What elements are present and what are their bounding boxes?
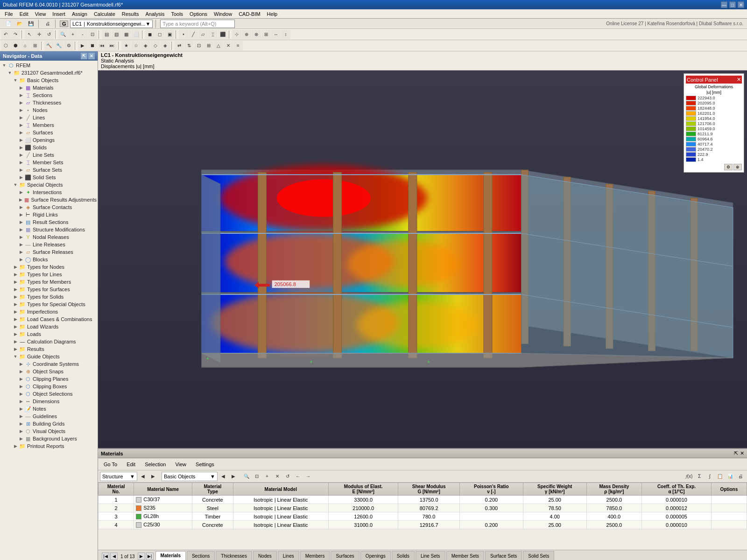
nav-basic-objects[interactable]: ▼ 📁 Basic Objects	[0, 77, 98, 84]
nav-visual-objects[interactable]: ▶ ⬡ Visual Objects	[0, 427, 98, 435]
nav-openings[interactable]: ▶ ⬜ Openings	[0, 136, 98, 144]
bt-fx1[interactable]: 𝑓(x)	[684, 472, 694, 481]
tb1-view3[interactable]: ▦	[121, 30, 131, 39]
nav-blocks[interactable]: ▶ ◯ Blocks	[0, 256, 98, 263]
tb2-10[interactable]: ⏮	[98, 41, 107, 50]
tb2-1[interactable]: ⬡	[1, 41, 10, 50]
menu-item-options[interactable]: Options	[187, 10, 210, 18]
nav-surface-contacts[interactable]: ▶ ◈ Surface Contacts	[0, 203, 98, 211]
nav-clipping-planes[interactable]: ▶ ⬡ Clipping Planes	[0, 375, 98, 383]
bt-search[interactable]: 🔍	[242, 472, 251, 481]
bt-export[interactable]: 📊	[726, 472, 735, 481]
nav-results[interactable]: ▶ 📁 Results	[0, 345, 98, 353]
page-first[interactable]: |◀	[102, 553, 109, 560]
page-last[interactable]: ▶|	[146, 553, 154, 560]
tb2-13[interactable]: ☆	[131, 41, 141, 50]
bt-arrow-left[interactable]: ←	[293, 472, 303, 481]
nav-background-layers[interactable]: ▶ ▦ Background Layers	[0, 435, 98, 442]
tab-members[interactable]: Members	[300, 551, 330, 560]
bp-menu-selection[interactable]: Selection	[141, 461, 169, 468]
tb1-redo[interactable]: ↷	[11, 30, 20, 39]
tab-thicknesses[interactable]: Thicknesses	[216, 551, 252, 560]
print-btn[interactable]: 🖨	[43, 19, 52, 28]
tb1-snap3[interactable]: ⊗	[252, 30, 261, 39]
tb1-node[interactable]: •	[179, 30, 188, 39]
nav-surfaces[interactable]: ▶ ▱ Surfaces	[0, 129, 98, 136]
bt-copy[interactable]: 📋	[715, 472, 725, 481]
menu-item-view[interactable]: View	[32, 10, 49, 18]
open-btn[interactable]: 📂	[15, 19, 24, 28]
nav-calc-diagrams[interactable]: ▶ — Calculation Diagrams	[0, 338, 98, 345]
tab-openings[interactable]: Openings	[360, 551, 391, 560]
bp-menu-view[interactable]: View	[171, 461, 190, 468]
category-dropdown[interactable]: Basic Objects ▼	[162, 472, 218, 481]
tb2-9[interactable]: ⏹	[88, 41, 97, 50]
tb1-zoomout[interactable]: -	[78, 30, 87, 39]
tb1-line[interactable]: ╱	[189, 30, 198, 39]
nav-building-grids[interactable]: ▶ ⊞ Building Grids	[0, 420, 98, 427]
tb1-undo[interactable]: ↶	[1, 30, 10, 39]
bt-del[interactable]: ✕	[273, 472, 282, 481]
tb2-5[interactable]: 🔨	[44, 41, 54, 50]
nav-special-objects[interactable]: ▼ 📁 Special Objects	[0, 181, 98, 189]
tb2-17[interactable]: ⇄	[175, 41, 184, 50]
table-row[interactable]: 4 C25/30 Concrete Isotropic | Linear Ela…	[99, 521, 747, 529]
menu-item-window[interactable]: Window	[211, 10, 235, 18]
bt-add[interactable]: +	[262, 472, 272, 481]
bt-fx2[interactable]: Σ	[695, 472, 704, 481]
tb1-render1[interactable]: ◼	[145, 30, 155, 39]
tab-sections[interactable]: Sections	[187, 551, 215, 560]
cat-prev-btn[interactable]: ◀	[218, 472, 228, 481]
nav-rfem-root[interactable]: ▼ ⬡ RFEM	[0, 62, 98, 69]
tb1-snap1[interactable]: ⊹	[232, 30, 241, 39]
tab-member-sets[interactable]: Member Sets	[446, 551, 484, 560]
tb2-6[interactable]: 🔧	[54, 41, 63, 50]
nav-surfacesets[interactable]: ▶ ▱ Surface Sets	[0, 166, 98, 174]
tb2-2[interactable]: ⬢	[11, 41, 20, 50]
tb1-zoom[interactable]: 🔍	[58, 30, 68, 39]
prev-btn[interactable]: ◀	[138, 472, 148, 481]
maximize-button[interactable]: □	[729, 1, 736, 8]
nav-membersets[interactable]: ▶ ⌶ Member Sets	[0, 159, 98, 166]
tb1-render2[interactable]: ◻	[155, 30, 164, 39]
color-panel-close[interactable]: ✕	[737, 77, 741, 83]
tb2-14[interactable]: ◈	[141, 41, 150, 50]
nav-intersections[interactable]: ▶ ✦ Intersections	[0, 189, 98, 196]
search-box[interactable]: Type a keyword (Alt+Q)	[160, 20, 235, 28]
minimize-button[interactable]: —	[721, 1, 727, 8]
nav-coord-systems[interactable]: ▶ ⊹ Coordinate Systems	[0, 360, 98, 368]
filter-dropdown[interactable]: Structure ▼	[100, 472, 137, 481]
nav-result-sections[interactable]: ▶ ▤ Result Sections	[0, 218, 98, 226]
next-btn[interactable]: ▶	[148, 472, 158, 481]
tb1-solid[interactable]: ⬛	[218, 30, 227, 39]
tb1-move[interactable]: ✛	[35, 30, 44, 39]
menu-item-edit[interactable]: Edit	[17, 10, 31, 18]
tab-materials[interactable]: Materials	[155, 551, 186, 560]
new-btn[interactable]: 📄	[4, 19, 13, 28]
tb1-snap4[interactable]: ⊞	[261, 30, 271, 39]
nav-types-nodes[interactable]: ▶ 📁 Types for Nodes	[0, 263, 98, 271]
tb1-zoomin[interactable]: +	[68, 30, 78, 39]
tab-line-sets[interactable]: Line Sets	[416, 551, 445, 560]
page-next[interactable]: ▶	[138, 553, 145, 560]
menu-item-cad-bim[interactable]: CAD-BIM	[236, 10, 263, 18]
tb1-dim1[interactable]: ↔	[271, 30, 281, 39]
nav-thicknesses[interactable]: ▶ ▱ Thicknesses	[0, 99, 98, 106]
menu-item-assign[interactable]: Assign	[69, 10, 90, 18]
bottom-float-btn[interactable]: ⇱	[734, 450, 738, 456]
nav-rigid-links[interactable]: ▶ ⊢ Rigid Links	[0, 211, 98, 218]
tab-lines[interactable]: Lines	[278, 551, 299, 560]
bt-print[interactable]: 🖨	[736, 472, 745, 481]
nav-lines[interactable]: ▶ ╱ Lines	[0, 114, 98, 121]
tb2-23[interactable]: ≡	[233, 41, 243, 50]
viewport[interactable]: 205066.8 + + + Control Panel ✕ Global De…	[98, 70, 747, 448]
tb1-surface[interactable]: ▱	[198, 30, 208, 39]
tb2-7[interactable]: ⚙	[64, 41, 73, 50]
tb2-18[interactable]: ⇅	[184, 41, 194, 50]
nav-surface-releases[interactable]: ▶ ▱ Surface Releases	[0, 248, 98, 256]
nav-surface-results-adj[interactable]: ▶ ▦ Surface Results Adjustments	[0, 196, 98, 203]
nav-types-surfaces[interactable]: ▶ 📁 Types for Surfaces	[0, 286, 98, 293]
tb2-8[interactable]: ▶	[78, 41, 87, 50]
nav-clipping-boxes[interactable]: ▶ ⬡ Clipping Boxes	[0, 383, 98, 390]
menu-item-insert[interactable]: Insert	[49, 10, 68, 18]
